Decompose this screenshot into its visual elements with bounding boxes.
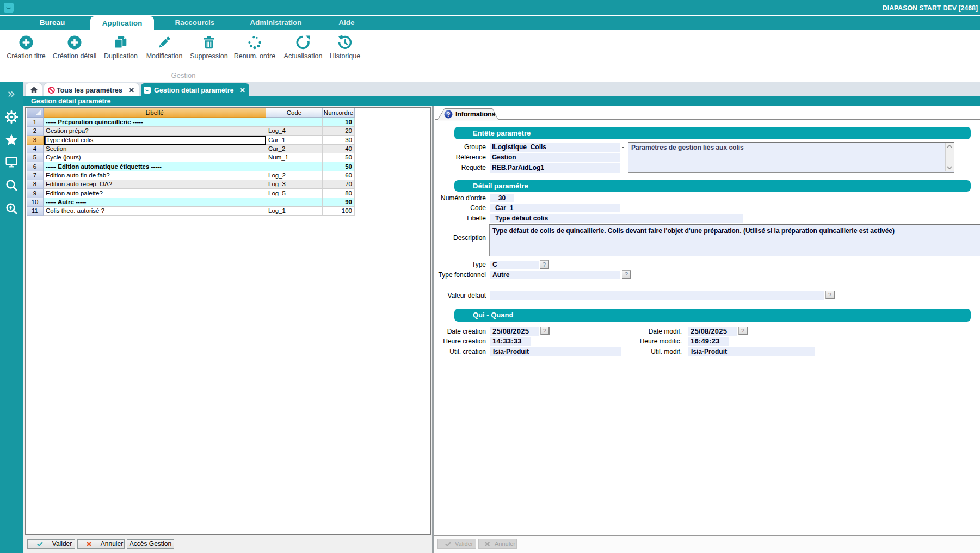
svg-text:?: ? <box>446 111 450 119</box>
